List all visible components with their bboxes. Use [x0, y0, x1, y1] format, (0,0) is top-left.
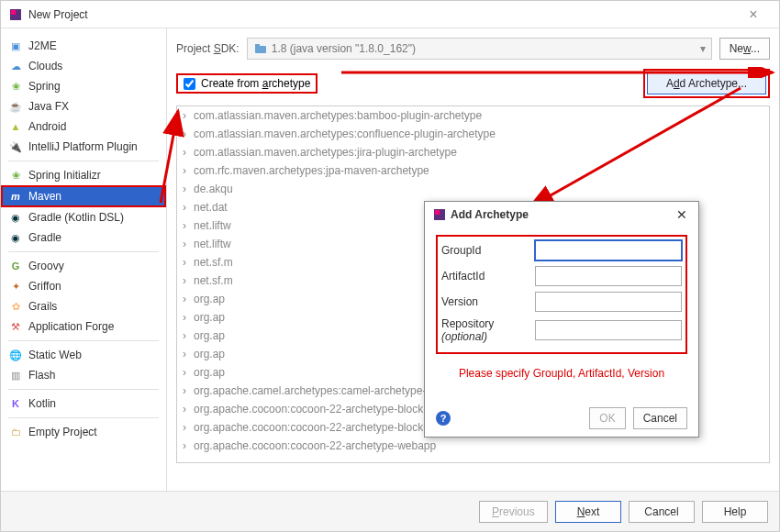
- sidebar-item-gradle-kotlin[interactable]: ◉Gradle (Kotlin DSL): [1, 207, 166, 227]
- spring-icon: ❀: [8, 79, 23, 94]
- sidebar-item-javafx[interactable]: ☕Java FX: [1, 96, 166, 116]
- titlebar: New Project ×: [1, 1, 779, 28]
- sidebar-item-application-forge[interactable]: ⚒Application Forge: [1, 316, 166, 337]
- artifactid-input[interactable]: [535, 266, 682, 286]
- chevron-right-icon: ›: [183, 274, 194, 287]
- gradle-icon: ◉: [8, 210, 23, 225]
- sidebar-item-android[interactable]: ▲Android: [1, 116, 166, 137]
- archetype-item[interactable]: ›de.akqu: [177, 180, 769, 198]
- gradle-icon: ◉: [8, 230, 23, 245]
- sidebar-item-grails[interactable]: ✿Grails: [1, 296, 166, 316]
- wizard-footer: Previous Next Cancel Help: [1, 491, 779, 531]
- chevron-right-icon: ›: [183, 238, 194, 250]
- divider: [8, 417, 159, 418]
- svg-rect-1: [11, 10, 16, 15]
- cancel-button[interactable]: Cancel: [633, 407, 687, 429]
- chevron-right-icon: ›: [183, 329, 194, 342]
- sidebar-item-griffon[interactable]: ✦Griffon: [1, 276, 166, 296]
- plugin-icon: 🔌: [8, 139, 23, 154]
- version-input[interactable]: [535, 292, 682, 312]
- chevron-right-icon: ›: [183, 348, 194, 360]
- forge-icon: ⚒: [8, 319, 23, 334]
- version-label: Version: [441, 295, 535, 308]
- sidebar-item-spring[interactable]: ❀Spring: [1, 76, 166, 96]
- sidebar-item-clouds[interactable]: ☁Clouds: [1, 56, 166, 76]
- java-icon: ☕: [8, 99, 23, 114]
- window-title: New Project: [28, 8, 735, 21]
- svg-rect-2: [255, 46, 266, 53]
- phone-icon: ▣: [8, 39, 23, 53]
- add-archetype-button[interactable]: Add Archetype...: [647, 72, 766, 94]
- maven-icon: m: [8, 189, 23, 204]
- archetype-item[interactable]: ›com.atlassian.maven.archetypes:bamboo-p…: [177, 106, 769, 125]
- spring-icon: ❀: [8, 168, 23, 183]
- archetype-item[interactable]: ›com.atlassian.maven.archetypes:jira-plu…: [177, 143, 769, 161]
- divider: [8, 389, 159, 390]
- chevron-right-icon: ›: [183, 146, 194, 159]
- chevron-right-icon: ›: [183, 384, 194, 397]
- repository-input[interactable]: [535, 320, 682, 340]
- web-icon: 🌐: [8, 348, 23, 362]
- sidebar-item-empty-project[interactable]: 🗀Empty Project: [1, 422, 166, 442]
- chevron-right-icon: ›: [183, 311, 194, 324]
- svg-rect-3: [255, 44, 260, 47]
- error-message: Please specify GroupId, ArtifactId, Vers…: [436, 367, 687, 380]
- svg-rect-11: [435, 210, 440, 215]
- chevron-right-icon: ›: [183, 127, 194, 140]
- folder-icon: 🗀: [8, 425, 23, 439]
- sidebar: ▣J2ME ☁Clouds ❀Spring ☕Java FX ▲Android …: [1, 28, 167, 491]
- add-archetype-dialog: Add Archetype ✕ GroupId ArtifactId: [424, 201, 699, 438]
- chevron-right-icon: ›: [183, 439, 194, 452]
- divider: [8, 340, 159, 341]
- close-icon[interactable]: ×: [735, 6, 772, 23]
- groupid-input[interactable]: [535, 240, 682, 260]
- chevron-right-icon: ›: [183, 109, 194, 122]
- archetype-item[interactable]: ›com.atlassian.maven.archetypes:confluen…: [177, 125, 769, 143]
- artifactid-label: ArtifactId: [441, 270, 535, 283]
- chevron-right-icon: ›: [183, 183, 194, 195]
- chevron-right-icon: ›: [183, 201, 194, 214]
- repository-label: Repository (optional): [441, 317, 535, 343]
- chevron-right-icon: ›: [183, 293, 194, 305]
- next-button[interactable]: Next: [555, 501, 621, 523]
- create-from-archetype-checkbox[interactable]: Create from archetype: [176, 73, 318, 94]
- chevron-right-icon: ›: [183, 256, 194, 269]
- new-sdk-button[interactable]: New...: [719, 38, 770, 60]
- chevron-right-icon: ›: [183, 219, 194, 232]
- ok-button: OK: [589, 407, 625, 429]
- sidebar-item-flash[interactable]: ▥Flash: [1, 365, 166, 385]
- sidebar-item-gradle[interactable]: ◉Gradle: [1, 227, 166, 248]
- sidebar-item-spring-initializr[interactable]: ❀Spring Initializr: [1, 165, 166, 185]
- app-icon: [432, 207, 447, 222]
- cloud-icon: ☁: [8, 59, 23, 73]
- sidebar-item-maven[interactable]: mMaven: [1, 185, 166, 207]
- previous-button: Previous: [479, 501, 548, 523]
- grails-icon: ✿: [8, 299, 23, 314]
- sidebar-item-intellij-plugin[interactable]: 🔌IntelliJ Platform Plugin: [1, 137, 166, 157]
- app-icon: [8, 7, 23, 22]
- sdk-label: Project SDK:: [176, 42, 240, 55]
- flash-icon: ▥: [8, 368, 23, 382]
- archetype-item[interactable]: ›org.apache.cocoon:cocoon-22-archetype-w…: [177, 437, 769, 455]
- checkbox-input[interactable]: [184, 78, 195, 90]
- sidebar-item-static-web[interactable]: 🌐Static Web: [1, 345, 166, 365]
- sdk-select[interactable]: 1.8 (java version "1.8.0_162"): [247, 38, 712, 60]
- sidebar-item-kotlin[interactable]: KKotlin: [1, 393, 166, 414]
- divider: [8, 161, 159, 161]
- chevron-right-icon: ›: [183, 164, 194, 177]
- kotlin-icon: K: [8, 396, 23, 411]
- chevron-right-icon: ›: [183, 366, 194, 379]
- cancel-button[interactable]: Cancel: [629, 501, 695, 523]
- android-icon: ▲: [8, 119, 23, 134]
- help-icon[interactable]: ?: [436, 411, 451, 426]
- groovy-icon: G: [8, 259, 23, 273]
- divider: [8, 251, 159, 252]
- close-icon[interactable]: ✕: [673, 207, 691, 222]
- chevron-right-icon: ›: [183, 403, 194, 416]
- sidebar-item-j2me[interactable]: ▣J2ME: [1, 36, 166, 56]
- archetype-item[interactable]: ›com.rfc.maven.archetypes:jpa-maven-arch…: [177, 161, 769, 180]
- help-button[interactable]: Help: [702, 501, 768, 523]
- main-panel: Project SDK: 1.8 (java version "1.8.0_16…: [167, 28, 779, 491]
- chevron-right-icon: ›: [183, 421, 194, 434]
- sidebar-item-groovy[interactable]: GGroovy: [1, 256, 166, 276]
